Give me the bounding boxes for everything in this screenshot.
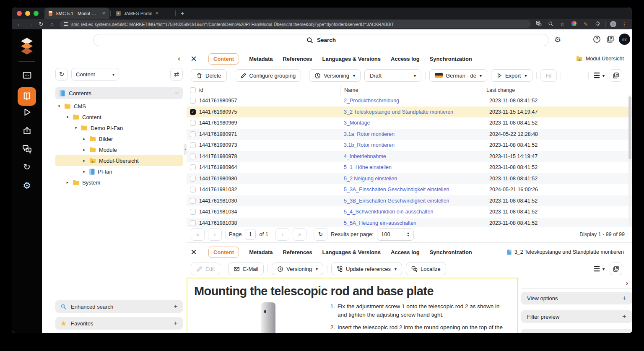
view-menu-button[interactable]: ☰▾: [594, 265, 605, 273]
row-name-link[interactable]: 3.1a_Rotor montieren: [344, 131, 489, 137]
enhanced-search-accordion[interactable]: Enhanced search +: [55, 300, 183, 313]
row-name-link[interactable]: 3.1b_Rotor montieren: [344, 142, 489, 148]
filter-preview-accordion[interactable]: Filter preview+: [521, 310, 632, 323]
table-row[interactable]: 1441761980971 3.1a_Rotor montieren 2024-…: [187, 129, 632, 140]
tree-swap-button[interactable]: ⇄: [170, 68, 183, 81]
expand-panel-icon[interactable]: ›: [626, 279, 628, 286]
plus-icon[interactable]: +: [622, 312, 626, 321]
column-name[interactable]: Name: [340, 85, 486, 95]
content-module-icon-active[interactable]: [18, 87, 36, 106]
tree-item-demo-pi-fan[interactable]: ▾Demo PI-Fan: [55, 122, 183, 133]
row-checkbox[interactable]: [190, 120, 196, 126]
plus-icon[interactable]: +: [622, 331, 626, 333]
translate-chat-icon[interactable]: A: [12, 144, 42, 154]
minimize-window-button[interactable]: [25, 11, 30, 16]
tab-metadata[interactable]: Metadata: [249, 249, 273, 255]
table-row[interactable]: 1441761980973 3.1b_Rotor montieren 2023-…: [187, 140, 632, 151]
translate-icon[interactable]: [535, 21, 543, 28]
tab-access-log[interactable]: Access log: [391, 249, 420, 255]
open-external-icon[interactable]: [606, 35, 614, 45]
row-name-link[interactable]: 5_4_Schwenkfunktion ein-ausschalten: [344, 209, 489, 215]
close-icon[interactable]: ×: [191, 54, 197, 64]
close-window-button[interactable]: [17, 11, 22, 16]
tab-content[interactable]: Content: [208, 247, 239, 258]
row-checkbox[interactable]: [190, 164, 196, 170]
column-id[interactable]: id: [199, 87, 344, 93]
new-tab-button[interactable]: +: [181, 10, 184, 17]
results-per-page-stepper[interactable]: 100 ▲▼: [377, 228, 414, 241]
view-options-accordion[interactable]: View options+: [521, 292, 632, 304]
prev-page-button[interactable]: ‹: [208, 228, 222, 241]
user-avatar[interactable]: mr: [619, 34, 630, 45]
row-name-link[interactable]: 5_5A_Heizung ein-ausschalten: [344, 220, 489, 226]
tab-references[interactable]: References: [283, 56, 312, 62]
column-last-change[interactable]: Last change: [483, 85, 632, 95]
row-checkbox[interactable]: [190, 198, 196, 204]
row-checkbox[interactable]: [190, 176, 196, 182]
row-name-link[interactable]: 5_1_Höhe einstellen: [344, 164, 489, 170]
view-menu-button[interactable]: ☰▾: [594, 71, 605, 80]
row-name-link[interactable]: 5_3A_Einschalten Geschwindigkeit einstel…: [344, 187, 489, 192]
versioning-button[interactable]: Versioning▾: [272, 263, 323, 275]
row-name-link[interactable]: 3_Montage: [344, 120, 489, 126]
row-name-link[interactable]: 3_2 Teleskopstange und Standplatte monti…: [344, 109, 489, 115]
reload-icon[interactable]: ↻: [38, 21, 44, 27]
browser-menu-icon[interactable]: ⋮: [621, 21, 628, 27]
collapse-panel-icon[interactable]: ‹: [178, 55, 180, 63]
edit-button[interactable]: Edit: [191, 263, 220, 275]
pen-extension-icon[interactable]: ✎: [582, 21, 589, 27]
tree-scope-select[interactable]: Content ▾: [71, 68, 119, 81]
table-row[interactable]: 1441761980980 5_2 Neigung einstellen 202…: [187, 173, 632, 185]
update-references-button[interactable]: Update references▾: [331, 263, 402, 275]
row-checkbox[interactable]: [190, 131, 196, 137]
duplicate-view-button[interactable]: [610, 263, 622, 275]
collapse-minus-icon[interactable]: −: [175, 89, 179, 97]
bookmark-star-icon[interactable]: ☆: [558, 21, 566, 27]
plus-icon[interactable]: +: [174, 302, 178, 311]
table-row[interactable]: 1441761980964 5_1_Höhe einstellen 2023-1…: [187, 162, 632, 173]
tab-languages-versions[interactable]: Languages & Versions: [322, 249, 381, 255]
settings-gear-icon[interactable]: ⚙: [554, 35, 561, 44]
zoom-window-button[interactable]: [34, 11, 39, 16]
plus-icon[interactable]: +: [174, 319, 178, 328]
site-settings-icon[interactable]: [64, 22, 68, 26]
tree-item-pi-fan[interactable]: ▸PI-fan: [55, 166, 183, 177]
delete-button[interactable]: Delete: [191, 69, 227, 82]
tree-item-content[interactable]: ▾Content: [55, 112, 183, 122]
next-page-button[interactable]: ›: [275, 228, 289, 241]
table-row[interactable]: 1441761981038 5_5A_Heizung ein-ausschalt…: [187, 218, 632, 227]
table-row[interactable]: 1441761980978 4_Inbetriebnahme 2023-11-1…: [187, 151, 632, 162]
table-row[interactable]: 1441761981032 5_3A_Einschalten Geschwind…: [187, 184, 632, 195]
global-search-input[interactable]: Search: [93, 34, 549, 46]
tab-content[interactable]: Content: [208, 53, 239, 65]
document-preview[interactable]: Mounting the telescopic rod and base pla…: [187, 278, 518, 333]
tab-close-icon[interactable]: ×: [102, 10, 105, 16]
table-row[interactable]: 1441761980957 2_Produktbeschreibung 2023…: [187, 95, 632, 107]
tree-item-cms[interactable]: ▾CMS: [55, 101, 183, 112]
select-all-checkbox[interactable]: [190, 87, 196, 93]
stepper-arrows-icon[interactable]: ▲▼: [407, 232, 410, 237]
page-number-input[interactable]: 1: [245, 229, 256, 240]
tree-item-system[interactable]: ▸System: [55, 177, 183, 188]
row-checkbox[interactable]: [190, 209, 196, 215]
tab-languages-versions[interactable]: Languages & Versions: [322, 56, 381, 62]
row-name-link[interactable]: 2_Produktbeschreibung: [344, 98, 489, 104]
table-row[interactable]: 1441761981030 5_3B_Einschalten Geschwind…: [187, 195, 632, 207]
play-icon[interactable]: [12, 107, 42, 117]
row-checkbox[interactable]: [190, 220, 196, 226]
table-row[interactable]: 1441761980969 3_Montage 2023-11-08 08:41…: [187, 117, 632, 129]
filter-button-truncated[interactable]: Fil: [540, 69, 557, 82]
row-checkbox[interactable]: [190, 187, 196, 192]
tree-refresh-button[interactable]: ↻: [55, 68, 68, 81]
duplicate-view-button[interactable]: [610, 69, 622, 82]
refresh-results-button[interactable]: ↻: [314, 228, 327, 241]
address-bar[interactable]: smc-red.ec-systems.de/SMC-MARKETING/#id=…: [60, 20, 531, 28]
row-checkbox[interactable]: [190, 153, 196, 159]
tree-item-modul-uebersicht[interactable]: ▸Modul-Übersicht: [55, 155, 183, 166]
tab-close-icon[interactable]: ×: [155, 10, 158, 16]
row-checkbox[interactable]: [190, 142, 196, 148]
table-scrollbar-thumb[interactable]: [628, 96, 631, 159]
table-row[interactable]: 1441761981034 5_4_Schwenkfunktion ein-au…: [187, 206, 632, 218]
last-page-button[interactable]: »: [293, 228, 306, 241]
color-extension-icon[interactable]: [570, 21, 578, 27]
